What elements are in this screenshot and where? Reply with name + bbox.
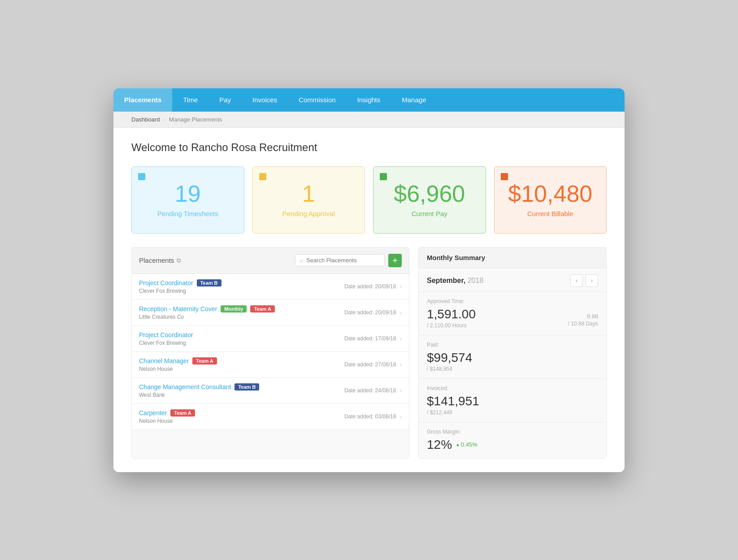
placement-name-row: Channel Manager Team A <box>139 357 217 365</box>
placement-name-row: Carpenter Team A <box>139 409 195 417</box>
placement-date: Date added: 24/08/18 <box>344 387 396 394</box>
placement-name-link[interactable]: Project Coordinator <box>139 331 193 339</box>
placement-date: Date added: 27/08/18 <box>344 361 396 368</box>
approved-time-right-val: 9.88 <box>568 313 598 320</box>
breadcrumb-separator: › <box>164 116 165 123</box>
search-box: ⌕ <box>295 254 385 266</box>
placement-info: Carpenter Team A Nelson House <box>139 409 195 424</box>
external-link-icon[interactable]: ⧉ <box>177 257 181 264</box>
placement-name-row: Project Coordinator Team B <box>139 279 221 287</box>
chevron-right-icon: › <box>399 413 402 420</box>
search-icon: ⌕ <box>300 257 304 264</box>
placement-company: Clever Fox Brewing <box>139 340 193 346</box>
paid-big-val: $99,574 <box>427 351 598 365</box>
nav-item-time[interactable]: Time <box>172 88 208 112</box>
nav-item-pay[interactable]: Pay <box>208 88 242 112</box>
chevron-right-icon: › <box>399 387 402 394</box>
gross-margin-section: Gross Margin: 12% ▲ 0.45% <box>419 422 606 458</box>
stat-label-approval: Pending Approval <box>282 210 335 217</box>
paid-sub-val: / $148,954 <box>427 366 598 372</box>
month-label: September, 2018 <box>427 277 483 285</box>
gross-margin-change: ▲ 0.45% <box>456 441 478 448</box>
placement-tag: Team A <box>192 357 217 365</box>
placement-date-area: Date added: 17/09/18 › <box>344 335 402 342</box>
placement-row[interactable]: Channel Manager Team A Nelson House Date… <box>132 352 409 378</box>
placement-date-area: Date added: 20/09/18 › <box>344 283 402 290</box>
placement-name-row: Reception - Maternity Cover MonthlyTeam … <box>139 305 275 313</box>
stat-value-approval: 1 <box>302 182 315 205</box>
month-year-val: 2018 <box>468 277 484 284</box>
card-indicator-green <box>380 173 387 180</box>
placement-rows-container: Project Coordinator Team B Clever Fox Br… <box>132 274 409 430</box>
approved-time-label: Approved Time: <box>427 298 598 304</box>
breadcrumb: Dashboard › Manage Placements <box>113 112 625 128</box>
approved-time-section: Approved Time: 1,591.00 / 2,110.00 Hours… <box>419 292 606 335</box>
invoiced-big-val: $141,951 <box>427 394 598 408</box>
gross-margin-value: 12% <box>427 438 452 452</box>
placement-name-link[interactable]: Carpenter <box>139 409 167 417</box>
stat-card-current-pay[interactable]: $6,960 Current Pay <box>373 166 486 234</box>
placement-info: Reception - Maternity Cover MonthlyTeam … <box>139 305 275 320</box>
prev-month-button[interactable]: ‹ <box>570 274 583 287</box>
next-month-button[interactable]: › <box>586 274 598 287</box>
summary-title-bold: Monthly <box>427 254 453 261</box>
chevron-right-icon: › <box>399 309 402 316</box>
monthly-summary-panel: Monthly Summary September, 2018 ‹ › <box>418 247 607 459</box>
nav-item-placements[interactable]: Placements <box>113 88 172 112</box>
placement-date-area: Date added: 03/08/18 › <box>344 413 402 420</box>
placement-date-area: Date added: 20/09/18 › <box>344 309 402 316</box>
paid-label: Paid: <box>427 342 598 348</box>
approved-time-big-val: 1,591.00 <box>427 307 476 321</box>
placements-title-text: Placements <box>139 256 174 264</box>
placement-date-area: Date added: 27/08/18 › <box>344 361 402 368</box>
stat-card-pending-approval[interactable]: 1 Pending Approval <box>252 166 365 234</box>
month-navigation: September, 2018 ‹ › <box>419 268 606 292</box>
app-window: Placements Time Pay Invoices Commission … <box>113 88 625 472</box>
breadcrumb-dashboard[interactable]: Dashboard <box>131 116 160 123</box>
nav-item-insights[interactable]: Insights <box>347 88 391 112</box>
approved-time-sub-val: / 2,110.00 Hours <box>427 322 476 329</box>
placement-name-link[interactable]: Project Coordinator <box>139 279 193 287</box>
placement-info: Project Coordinator Team B Clever Fox Br… <box>139 279 221 294</box>
approved-time-values: 1,591.00 / 2,110.00 Hours 9.88 / 10.88 D… <box>427 307 598 329</box>
breadcrumb-manage-placements: Manage Placements <box>169 116 222 123</box>
chevron-right-icon: › <box>399 361 402 368</box>
invoiced-label: Invoiced: <box>427 385 598 391</box>
card-indicator-blue <box>138 173 145 180</box>
placement-info: Channel Manager Team A Nelson House <box>139 357 217 372</box>
placement-row[interactable]: Project Coordinator Team B Clever Fox Br… <box>132 274 409 300</box>
placement-info: Change Management Consultant Team B West… <box>139 383 259 398</box>
card-indicator-yellow <box>259 173 266 180</box>
stat-value-pay: $6,960 <box>394 182 465 205</box>
add-placement-button[interactable]: + <box>388 254 402 267</box>
paid-section: Paid: $99,574 / $148,954 <box>419 335 606 379</box>
stat-cards-container: 19 Pending Timesheets 1 Pending Approval… <box>131 166 607 234</box>
nav-item-invoices[interactable]: Invoices <box>242 88 288 112</box>
placement-row[interactable]: Reception - Maternity Cover MonthlyTeam … <box>132 300 409 326</box>
stat-card-current-billable[interactable]: $10,480 Current Billable <box>494 166 607 234</box>
placement-date: Date added: 03/08/18 <box>344 413 396 420</box>
stat-label-billable: Current Billable <box>527 210 573 217</box>
placements-panel-title: Placements ⧉ <box>139 256 181 264</box>
placement-row[interactable]: Carpenter Team A Nelson House Date added… <box>132 404 409 430</box>
placement-name-link[interactable]: Reception - Maternity Cover <box>139 305 217 313</box>
gross-margin-row: 12% ▲ 0.45% <box>427 438 598 452</box>
stat-card-pending-timesheets[interactable]: 19 Pending Timesheets <box>131 166 244 234</box>
main-nav: Placements Time Pay Invoices Commission … <box>113 88 625 112</box>
nav-item-commission[interactable]: Commission <box>288 88 347 112</box>
placement-date: Date added: 17/09/18 <box>344 335 396 342</box>
search-input[interactable] <box>306 257 380 264</box>
placement-name-row: Project Coordinator <box>139 331 193 339</box>
month-name: September, <box>427 277 465 284</box>
placement-row[interactable]: Project Coordinator Clever Fox Brewing D… <box>132 326 409 352</box>
placement-company: Little Creatures Co <box>139 314 275 320</box>
placement-name-link[interactable]: Channel Manager <box>139 357 189 365</box>
summary-title-summary: Summary <box>455 254 485 261</box>
placement-name-link[interactable]: Change Management Consultant <box>139 383 231 391</box>
nav-item-manage[interactable]: Manage <box>391 88 437 112</box>
chevron-right-icon: › <box>399 335 402 342</box>
invoiced-section: Invoiced: $141,951 / $212,449 <box>419 379 606 422</box>
stat-value-timesheets: 19 <box>175 182 201 205</box>
placement-row[interactable]: Change Management Consultant Team B West… <box>132 378 409 404</box>
placement-tag: Team A <box>250 305 275 313</box>
